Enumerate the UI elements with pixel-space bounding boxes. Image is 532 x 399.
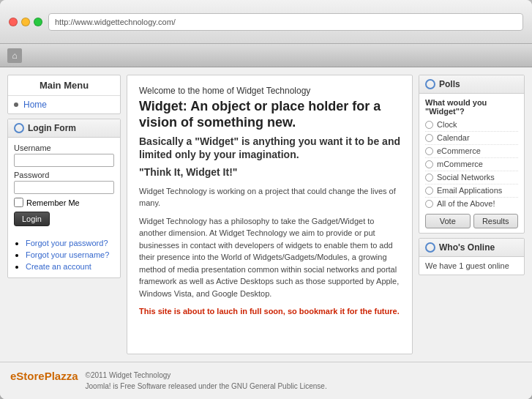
radio-mcommerce[interactable]	[425, 160, 433, 168]
forgot-username-item: Forgot your username?	[26, 250, 114, 260]
bullet-icon	[14, 102, 18, 107]
footer-text: ©2011 Widget Technology Joomla! is Free …	[86, 370, 327, 392]
vote-button[interactable]: Vote	[425, 214, 471, 228]
body-text: Widget Technology has a philosophy to ta…	[139, 215, 400, 300]
minimize-button[interactable]	[21, 18, 30, 26]
sub-heading: Basically a "Widget" is anything you wan…	[139, 135, 400, 161]
password-label: Password	[14, 171, 114, 179]
login-form-body: Username Password Remember Me Login	[8, 138, 120, 236]
poll-option-all[interactable]: All of the Above!	[425, 199, 518, 208]
online-icon	[425, 242, 435, 253]
poll-label-clock: Clock	[437, 120, 457, 129]
polls-title: Polls	[439, 79, 460, 89]
radio-email[interactable]	[425, 187, 433, 195]
logo-prefix: eStore	[10, 370, 45, 382]
polls-icon	[425, 79, 435, 89]
left-sidebar: Main Menu Home Login Form U	[7, 75, 121, 354]
footer-joomla: Joomla! is Free Software released under …	[86, 381, 327, 392]
login-form-section: Login Form Username Password Remember Me…	[7, 119, 121, 278]
intro-text: Widget Technology is working on a projec…	[139, 185, 400, 209]
home-link[interactable]: Home	[23, 100, 47, 110]
main-layout: Main Menu Home Login Form U	[0, 67, 532, 362]
browser-window: ⌂ Main Menu Home	[0, 0, 532, 399]
main-menu-title: Main Menu	[8, 75, 120, 96]
welcome-line: Welcome to the home of Widget Technology	[139, 86, 400, 96]
remember-me-checkbox[interactable]	[14, 198, 23, 207]
remember-me-label: Remember Me	[26, 198, 80, 207]
username-input[interactable]	[14, 154, 114, 167]
login-form-header: Login Form	[8, 119, 120, 138]
center-content: Welcome to the home of Widget Technology…	[127, 75, 413, 354]
page-content: ⌂ Main Menu Home	[0, 44, 532, 399]
whos-online-section: Who's Online We have 1 guest online	[419, 238, 525, 275]
create-account-item: Create an account	[26, 261, 114, 272]
forgot-password-link[interactable]: Forgot your password?	[26, 239, 108, 247]
poll-label-social: Social Networks	[437, 173, 495, 182]
radio-clock[interactable]	[425, 121, 433, 129]
address-bar[interactable]	[48, 13, 523, 31]
poll-option-clock[interactable]: Clock	[425, 120, 518, 129]
browser-controls	[9, 18, 42, 26]
close-button[interactable]	[9, 18, 18, 26]
password-input[interactable]	[14, 181, 114, 194]
footer: eStorePlazza ©2011 Widget Technology Joo…	[0, 362, 532, 399]
home-link-wrapper: Home	[21, 97, 49, 112]
main-menu-home-item: Home	[8, 96, 120, 113]
radio-all[interactable]	[425, 200, 433, 208]
browser-chrome	[0, 0, 532, 44]
poll-option-mcommerce[interactable]: mCommerce	[425, 160, 518, 168]
login-links-list: Forgot your password? Forgot your userna…	[8, 236, 120, 277]
results-button[interactable]: Results	[473, 214, 519, 228]
home-icon[interactable]: ⌂	[7, 48, 22, 63]
forgot-password-item: Forgot your password?	[26, 238, 114, 248]
create-account-link[interactable]: Create an account	[26, 262, 91, 271]
poll-option-calendar[interactable]: Calendar	[425, 133, 518, 142]
footer-logo: eStorePlazza	[10, 370, 78, 382]
poll-label-all: All of the Above!	[437, 199, 495, 208]
radio-calendar[interactable]	[425, 134, 433, 142]
whos-online-header: Who's Online	[419, 239, 524, 257]
right-sidebar: Polls What would you "Widget"? Clock Cal…	[419, 75, 525, 354]
quote-heading: "Think It, Widget It!"	[139, 166, 400, 178]
poll-buttons: Vote Results	[425, 214, 518, 228]
remember-me-row: Remember Me	[14, 198, 114, 207]
launch-notice: This site is about to lauch in full soon…	[139, 307, 400, 316]
poll-label-ecommerce: eCommerce	[437, 146, 481, 155]
nav-bar: ⌂	[0, 44, 532, 67]
poll-label-mcommerce: mCommerce	[437, 160, 483, 168]
polls-section: Polls What would you "Widget"? Clock Cal…	[419, 75, 525, 234]
poll-label-calendar: Calendar	[437, 133, 470, 142]
username-label: Username	[14, 143, 114, 152]
main-menu-section: Main Menu Home	[7, 75, 121, 114]
radio-social[interactable]	[425, 174, 433, 182]
polls-header: Polls	[419, 75, 524, 94]
login-form-title: Login Form	[28, 123, 76, 133]
logo-suffix: Plazza	[45, 370, 78, 382]
whos-online-body: We have 1 guest online	[419, 257, 524, 275]
online-status: We have 1 guest online	[425, 261, 509, 270]
polls-question: What would you "Widget"?	[425, 98, 518, 116]
radio-ecommerce[interactable]	[425, 147, 433, 155]
poll-option-social[interactable]: Social Networks	[425, 173, 518, 182]
login-icon	[14, 123, 24, 133]
poll-option-email[interactable]: Email Applications	[425, 186, 518, 195]
whos-online-title: Who's Online	[439, 242, 495, 253]
forgot-username-link[interactable]: Forgot your username?	[26, 250, 109, 259]
poll-label-email: Email Applications	[437, 186, 502, 195]
main-heading: Widget: An object or place holder for a …	[139, 99, 400, 130]
footer-copyright: ©2011 Widget Technology	[86, 370, 327, 381]
login-button[interactable]: Login	[14, 212, 50, 226]
poll-option-ecommerce[interactable]: eCommerce	[425, 146, 518, 155]
polls-body: What would you "Widget"? Clock Calendar	[419, 94, 524, 233]
maximize-button[interactable]	[34, 18, 42, 26]
